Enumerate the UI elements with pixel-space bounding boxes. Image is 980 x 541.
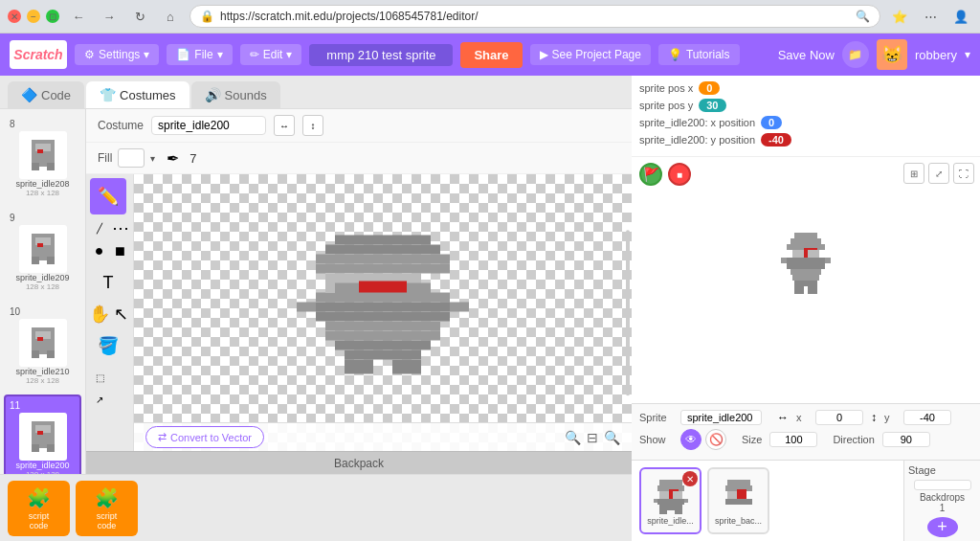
- stage-col-label: Stage: [908, 464, 936, 476]
- zoom-out-button[interactable]: 🔍: [565, 430, 581, 445]
- settings-button[interactable]: ⚙ Settings ▾: [75, 44, 159, 65]
- svg-rect-64: [657, 499, 684, 505]
- bottom-sprite-bac[interactable]: sprite_bac...: [707, 467, 769, 534]
- zoom-in-button[interactable]: 🔍: [604, 430, 620, 445]
- file-button[interactable]: 📄 File ▾: [167, 44, 232, 65]
- x-value-field[interactable]: [815, 410, 863, 425]
- file-manager-button[interactable]: 📁: [842, 41, 869, 68]
- svg-rect-21: [37, 431, 43, 435]
- fill-tool[interactable]: 🪣: [90, 327, 126, 364]
- flip-vertical-button[interactable]: ↕: [302, 115, 323, 136]
- costume-label: Costume: [98, 119, 144, 132]
- project-name-input[interactable]: [309, 44, 453, 66]
- sprite-thumbnail: [19, 225, 67, 273]
- cursor-tool[interactable]: ↖: [112, 304, 129, 324]
- backpack-bar[interactable]: Backpack: [86, 451, 632, 474]
- minimize-window-button[interactable]: −: [27, 10, 40, 23]
- convert-to-vector-button[interactable]: ⇄ Convert to Vector: [145, 426, 264, 448]
- close-window-button[interactable]: ✕: [8, 10, 21, 23]
- rect-tool[interactable]: ■: [111, 241, 129, 260]
- delete-sprite-button[interactable]: ✕: [682, 471, 698, 486]
- eyedropper-button[interactable]: ✒: [161, 147, 184, 169]
- home-button[interactable]: ⌂: [159, 5, 182, 28]
- show-visible-button[interactable]: 👁: [680, 429, 702, 450]
- folder-icon: 📁: [848, 48, 862, 61]
- costume-editor: Costume ↔ ↕ Fill ▾ ✒ 7 ✏️: [86, 109, 632, 474]
- list-item[interactable]: 8 sprite_idle208 128 x 128: [4, 113, 81, 203]
- chevron-down-icon: ▾: [286, 48, 292, 61]
- list-item[interactable]: 9 sprite_idle209 128 x 128: [4, 207, 81, 297]
- direction-field[interactable]: [882, 432, 930, 447]
- sprite-props-label: Sprite: [639, 412, 673, 423]
- add-backdrop-button[interactable]: +: [927, 517, 958, 537]
- svg-rect-2: [43, 144, 51, 151]
- tab-costumes[interactable]: 👕 Costumes: [86, 81, 189, 108]
- canvas-area[interactable]: ⇄ Convert to Vector 🔍 ⊟ 🔍: [134, 174, 632, 451]
- tutorials-button[interactable]: 💡 Tutorials: [658, 44, 740, 65]
- back-button[interactable]: ←: [67, 5, 90, 28]
- fullscreen-stage-button[interactable]: ⛶: [953, 163, 974, 184]
- pencil-tool[interactable]: ✏️: [90, 178, 126, 214]
- see-project-button[interactable]: ▶ See Project Page: [530, 44, 651, 65]
- bottom-sprite-idle200[interactable]: ✕ sprite_idle...: [639, 467, 702, 534]
- zoom-reset-button[interactable]: ⊟: [587, 430, 598, 445]
- variable-y-position: sprite_idle200: y position -40: [639, 133, 972, 147]
- list-item-active[interactable]: 11 sprite_idle200 128 x 128: [4, 394, 81, 474]
- select-tool[interactable]: ⬚: [90, 368, 109, 387]
- y-value-field[interactable]: [903, 410, 951, 425]
- text-tool[interactable]: T: [90, 264, 126, 301]
- svg-rect-39: [345, 349, 421, 359]
- svg-rect-43: [392, 359, 421, 373]
- svg-rect-57: [794, 286, 804, 294]
- svg-rect-70: [727, 480, 750, 485]
- tab-sounds[interactable]: 🔊 Sounds: [191, 81, 280, 108]
- browser-menu-button[interactable]: ⋯: [919, 5, 942, 28]
- tab-code[interactable]: 🔷 Code: [8, 81, 84, 108]
- fill-dropdown[interactable]: ▾: [150, 153, 155, 164]
- maximize-window-button[interactable]: ⊡: [46, 10, 59, 23]
- sprite-thumbnail: [19, 413, 67, 461]
- x-arrow-icon: ↔: [777, 411, 789, 424]
- fill-swatch[interactable]: [118, 148, 145, 168]
- username-label[interactable]: robbery: [915, 48, 957, 62]
- svg-rect-41: [450, 302, 469, 311]
- refresh-button[interactable]: ↻: [128, 5, 151, 28]
- favorites-button[interactable]: ⭐: [888, 5, 911, 28]
- fill-row: Fill ▾ ✒ 7: [86, 143, 632, 174]
- profile-button[interactable]: 👤: [949, 5, 972, 28]
- costume-icon: 👕: [100, 87, 116, 102]
- variable-sprite-pos-x: sprite pos x 0: [639, 81, 972, 95]
- show-hidden-button[interactable]: 🚫: [705, 429, 726, 450]
- line-tool[interactable]: ╱: [90, 218, 108, 237]
- circle-tool[interactable]: ●: [90, 241, 108, 260]
- costume-name-input[interactable]: [151, 116, 266, 135]
- script-thumb-1[interactable]: 🧩 scriptcode: [8, 481, 70, 536]
- svg-rect-68: [659, 510, 667, 514]
- stage-controls: 🚩 ■: [639, 163, 691, 186]
- size-field[interactable]: [769, 432, 817, 447]
- shrink-stage-button[interactable]: ⊞: [903, 163, 924, 184]
- save-now-button[interactable]: Save Now: [778, 48, 835, 62]
- user-avatar[interactable]: 😸: [877, 39, 907, 70]
- scratch-logo[interactable]: Scratch: [10, 40, 67, 69]
- sprite-canvas-image: [278, 215, 488, 407]
- dash-tool[interactable]: ⋯: [111, 218, 129, 237]
- flip-horizontal-button[interactable]: ↔: [274, 115, 295, 136]
- svg-rect-23: [47, 444, 55, 452]
- sprite-name-field[interactable]: [680, 410, 762, 425]
- green-flag-button[interactable]: 🚩: [639, 163, 662, 186]
- list-item[interactable]: 10 sprite_idle210 128 x 128: [4, 301, 81, 391]
- select2-tool[interactable]: ↗: [90, 390, 109, 409]
- forward-button[interactable]: →: [98, 5, 121, 28]
- address-bar[interactable]: 🔒 https://scratch.mit.edu/projects/10685…: [189, 5, 880, 28]
- stop-button[interactable]: ■: [668, 163, 691, 186]
- share-button[interactable]: Share: [460, 42, 522, 68]
- svg-rect-3: [37, 149, 43, 153]
- svg-rect-5: [47, 163, 55, 170]
- script-thumb-2[interactable]: 🧩 scriptcode: [76, 481, 138, 536]
- hand-tool[interactable]: ✋: [90, 304, 109, 324]
- edit-button[interactable]: ✏ Edit ▾: [240, 44, 302, 65]
- scrollbar[interactable]: [626, 230, 630, 395]
- expand-stage-button[interactable]: ⤢: [928, 163, 949, 184]
- svg-rect-74: [725, 499, 752, 505]
